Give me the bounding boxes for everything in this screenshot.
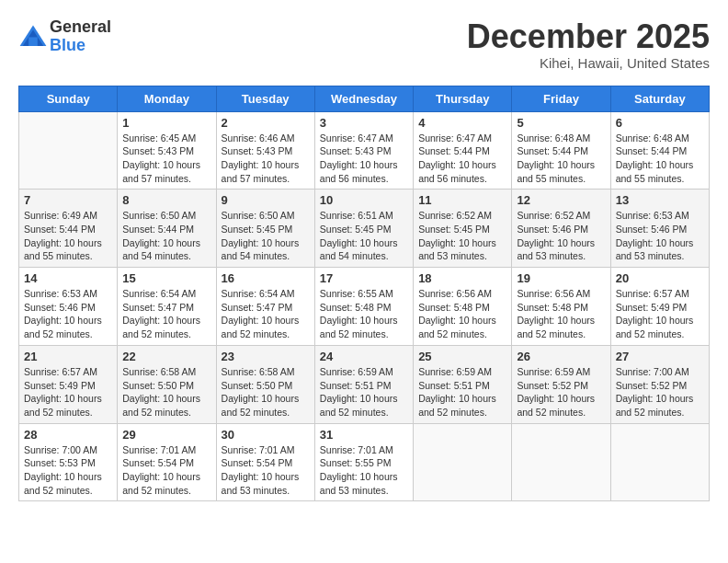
day-info: Sunrise: 6:50 AMSunset: 5:45 PMDaylight:… [222, 209, 310, 263]
day-info: Sunrise: 6:48 AMSunset: 5:44 PMDaylight:… [517, 132, 605, 186]
day-info: Sunrise: 6:54 AMSunset: 5:47 PMDaylight:… [122, 287, 210, 341]
day-number: 31 [320, 428, 408, 442]
calendar-week-4: 28Sunrise: 7:00 AMSunset: 5:53 PMDayligh… [19, 423, 710, 501]
day-number: 4 [418, 116, 506, 130]
day-number: 17 [320, 271, 408, 285]
day-number: 7 [24, 193, 112, 207]
calendar-cell: 5Sunrise: 6:48 AMSunset: 5:44 PMDaylight… [512, 111, 610, 190]
calendar-cell: 26Sunrise: 6:59 AMSunset: 5:52 PMDayligh… [512, 345, 610, 423]
calendar-cell: 3Sunrise: 6:47 AMSunset: 5:43 PMDaylight… [314, 111, 413, 190]
title-area: December 2025 Kihei, Hawaii, United Stat… [467, 18, 710, 71]
logo-general: General [50, 18, 111, 37]
day-info: Sunrise: 6:47 AMSunset: 5:43 PMDaylight:… [320, 132, 408, 186]
calendar-cell [512, 423, 610, 501]
day-number: 20 [616, 271, 704, 285]
day-info: Sunrise: 7:00 AMSunset: 5:52 PMDaylight:… [616, 365, 704, 419]
day-number: 25 [418, 350, 506, 363]
day-number: 21 [24, 350, 112, 363]
header: General Blue December 2025 Kihei, Hawaii… [18, 18, 710, 71]
calendar-cell: 15Sunrise: 6:54 AMSunset: 5:47 PMDayligh… [118, 268, 216, 346]
day-info: Sunrise: 6:58 AMSunset: 5:50 PMDaylight:… [122, 365, 210, 419]
day-number: 1 [122, 116, 210, 130]
calendar-week-0: 1Sunrise: 6:45 AMSunset: 5:43 PMDaylight… [19, 111, 710, 190]
calendar-cell: 30Sunrise: 7:01 AMSunset: 5:54 PMDayligh… [216, 423, 314, 501]
header-thursday: Thursday [414, 86, 512, 111]
day-info: Sunrise: 6:59 AMSunset: 5:51 PMDaylight:… [320, 365, 408, 419]
svg-rect-2 [28, 37, 38, 46]
calendar-cell [610, 423, 709, 501]
day-number: 13 [616, 193, 704, 207]
day-number: 5 [517, 116, 605, 130]
day-number: 23 [222, 350, 310, 363]
logo: General Blue [18, 18, 111, 55]
day-number: 11 [418, 193, 506, 207]
day-number: 14 [24, 271, 112, 285]
header-friday: Friday [512, 86, 610, 111]
calendar-cell: 28Sunrise: 7:00 AMSunset: 5:53 PMDayligh… [19, 423, 118, 501]
calendar-cell: 20Sunrise: 6:57 AMSunset: 5:49 PMDayligh… [610, 268, 709, 346]
calendar-cell: 23Sunrise: 6:58 AMSunset: 5:50 PMDayligh… [216, 345, 314, 423]
calendar-cell: 10Sunrise: 6:51 AMSunset: 5:45 PMDayligh… [314, 190, 413, 268]
calendar-cell: 2Sunrise: 6:46 AMSunset: 5:43 PMDaylight… [216, 111, 314, 190]
day-info: Sunrise: 6:56 AMSunset: 5:48 PMDaylight:… [418, 287, 506, 341]
calendar-cell [414, 423, 512, 501]
day-info: Sunrise: 7:01 AMSunset: 5:54 PMDaylight:… [222, 443, 310, 498]
calendar-week-1: 7Sunrise: 6:49 AMSunset: 5:44 PMDaylight… [19, 190, 710, 268]
day-number: 30 [222, 428, 310, 442]
header-tuesday: Tuesday [216, 86, 314, 111]
day-info: Sunrise: 6:52 AMSunset: 5:46 PMDaylight:… [517, 209, 605, 263]
calendar-cell: 19Sunrise: 6:56 AMSunset: 5:48 PMDayligh… [512, 268, 610, 346]
calendar-cell [19, 111, 118, 190]
day-info: Sunrise: 6:56 AMSunset: 5:48 PMDaylight:… [517, 287, 605, 341]
day-info: Sunrise: 6:52 AMSunset: 5:45 PMDaylight:… [418, 209, 506, 263]
day-info: Sunrise: 6:47 AMSunset: 5:44 PMDaylight:… [418, 132, 506, 186]
day-info: Sunrise: 6:54 AMSunset: 5:47 PMDaylight:… [222, 287, 310, 341]
day-number: 26 [517, 350, 605, 363]
day-number: 2 [222, 116, 310, 130]
day-info: Sunrise: 7:01 AMSunset: 5:54 PMDaylight:… [122, 443, 210, 498]
calendar-header: SundayMondayTuesdayWednesdayThursdayFrid… [19, 86, 710, 111]
header-row: SundayMondayTuesdayWednesdayThursdayFrid… [19, 86, 710, 111]
day-info: Sunrise: 6:45 AMSunset: 5:43 PMDaylight:… [122, 132, 210, 186]
day-info: Sunrise: 6:59 AMSunset: 5:52 PMDaylight:… [517, 365, 605, 419]
calendar-cell: 25Sunrise: 6:59 AMSunset: 5:51 PMDayligh… [414, 345, 512, 423]
calendar-cell: 29Sunrise: 7:01 AMSunset: 5:54 PMDayligh… [118, 423, 216, 501]
calendar-cell: 8Sunrise: 6:50 AMSunset: 5:44 PMDaylight… [118, 190, 216, 268]
calendar-week-2: 14Sunrise: 6:53 AMSunset: 5:46 PMDayligh… [19, 268, 710, 346]
header-sunday: Sunday [19, 86, 118, 111]
day-info: Sunrise: 6:51 AMSunset: 5:45 PMDaylight:… [320, 209, 408, 263]
calendar-cell: 21Sunrise: 6:57 AMSunset: 5:49 PMDayligh… [19, 345, 118, 423]
day-number: 15 [122, 271, 210, 285]
calendar-cell: 14Sunrise: 6:53 AMSunset: 5:46 PMDayligh… [19, 268, 118, 346]
day-info: Sunrise: 6:53 AMSunset: 5:46 PMDaylight:… [616, 209, 704, 263]
day-number: 12 [517, 193, 605, 207]
day-number: 3 [320, 116, 408, 130]
day-number: 27 [616, 350, 704, 363]
day-number: 6 [616, 116, 704, 130]
day-number: 9 [222, 193, 310, 207]
day-number: 8 [122, 193, 210, 207]
header-monday: Monday [118, 86, 216, 111]
day-info: Sunrise: 6:49 AMSunset: 5:44 PMDaylight:… [24, 209, 112, 263]
header-wednesday: Wednesday [314, 86, 413, 111]
location: Kihei, Hawaii, United States [467, 55, 710, 71]
day-info: Sunrise: 6:57 AMSunset: 5:49 PMDaylight:… [616, 287, 704, 341]
calendar-cell: 7Sunrise: 6:49 AMSunset: 5:44 PMDaylight… [19, 190, 118, 268]
calendar-cell: 31Sunrise: 7:01 AMSunset: 5:55 PMDayligh… [314, 423, 413, 501]
day-info: Sunrise: 6:50 AMSunset: 5:44 PMDaylight:… [122, 209, 210, 263]
calendar-cell: 6Sunrise: 6:48 AMSunset: 5:44 PMDaylight… [610, 111, 709, 190]
day-number: 24 [320, 350, 408, 363]
calendar: SundayMondayTuesdayWednesdayThursdayFrid… [18, 86, 710, 502]
calendar-body: 1Sunrise: 6:45 AMSunset: 5:43 PMDaylight… [19, 111, 710, 501]
calendar-cell: 22Sunrise: 6:58 AMSunset: 5:50 PMDayligh… [118, 345, 216, 423]
calendar-cell: 18Sunrise: 6:56 AMSunset: 5:48 PMDayligh… [414, 268, 512, 346]
calendar-week-3: 21Sunrise: 6:57 AMSunset: 5:49 PMDayligh… [19, 345, 710, 423]
calendar-cell: 27Sunrise: 7:00 AMSunset: 5:52 PMDayligh… [610, 345, 709, 423]
logo-icon [18, 24, 48, 50]
month-title: December 2025 [467, 18, 710, 55]
day-number: 16 [222, 271, 310, 285]
day-info: Sunrise: 6:53 AMSunset: 5:46 PMDaylight:… [24, 287, 112, 341]
day-number: 29 [122, 428, 210, 442]
day-info: Sunrise: 6:58 AMSunset: 5:50 PMDaylight:… [222, 365, 310, 419]
calendar-cell: 4Sunrise: 6:47 AMSunset: 5:44 PMDaylight… [414, 111, 512, 190]
